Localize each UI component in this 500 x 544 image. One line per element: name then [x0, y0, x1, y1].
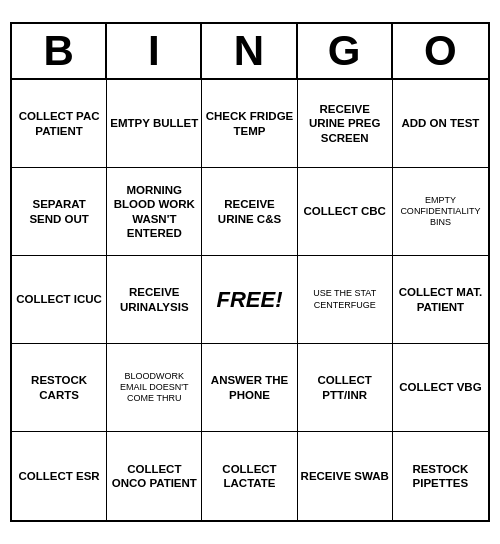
bingo-cell-15: RESTOCK CARTS — [12, 344, 107, 432]
bingo-cell-14: COLLECT MAT. PATIENT — [393, 256, 488, 344]
bingo-header: BINGO — [12, 24, 488, 80]
bingo-cell-7: RECEIVE URINE C&S — [202, 168, 297, 256]
bingo-cell-2: CHECK FRIDGE TEMP — [202, 80, 297, 168]
bingo-letter-n: N — [202, 24, 297, 78]
bingo-cell-20: COLLECT ESR — [12, 432, 107, 520]
bingo-cell-24: RESTOCK PIPETTES — [393, 432, 488, 520]
bingo-cell-5: SEPARAT SEND OUT — [12, 168, 107, 256]
bingo-letter-o: O — [393, 24, 488, 78]
bingo-grid: COLLECT PAC PATIENTEMTPY BULLETCHECK FRI… — [12, 80, 488, 520]
bingo-letter-g: G — [298, 24, 393, 78]
bingo-cell-3: RECEIVE URINE PREG SCREEN — [298, 80, 393, 168]
bingo-cell-21: COLLECT ONCO PATIENT — [107, 432, 202, 520]
bingo-cell-4: ADD ON TEST — [393, 80, 488, 168]
bingo-cell-8: COLLECT CBC — [298, 168, 393, 256]
bingo-letter-i: I — [107, 24, 202, 78]
bingo-cell-19: COLLECT VBG — [393, 344, 488, 432]
bingo-cell-1: EMTPY BULLET — [107, 80, 202, 168]
bingo-card: BINGO COLLECT PAC PATIENTEMTPY BULLETCHE… — [10, 22, 490, 522]
bingo-cell-0: COLLECT PAC PATIENT — [12, 80, 107, 168]
bingo-cell-16: BLOODWORK EMAIL DOESN'T COME THRU — [107, 344, 202, 432]
bingo-cell-12: Free! — [202, 256, 297, 344]
bingo-cell-23: RECEIVE SWAB — [298, 432, 393, 520]
bingo-cell-6: MORNING BLOOD WORK WASN'T ENTERED — [107, 168, 202, 256]
bingo-cell-18: COLLECT PTT/INR — [298, 344, 393, 432]
bingo-cell-13: USE THE STAT CENTERFUGE — [298, 256, 393, 344]
bingo-cell-10: COLLECT ICUC — [12, 256, 107, 344]
bingo-cell-9: EMPTY CONFIDENTIALITY BINS — [393, 168, 488, 256]
bingo-cell-22: COLLECT LACTATE — [202, 432, 297, 520]
bingo-letter-b: B — [12, 24, 107, 78]
bingo-cell-17: ANSWER THE PHONE — [202, 344, 297, 432]
bingo-cell-11: RECEIVE URINALYSIS — [107, 256, 202, 344]
